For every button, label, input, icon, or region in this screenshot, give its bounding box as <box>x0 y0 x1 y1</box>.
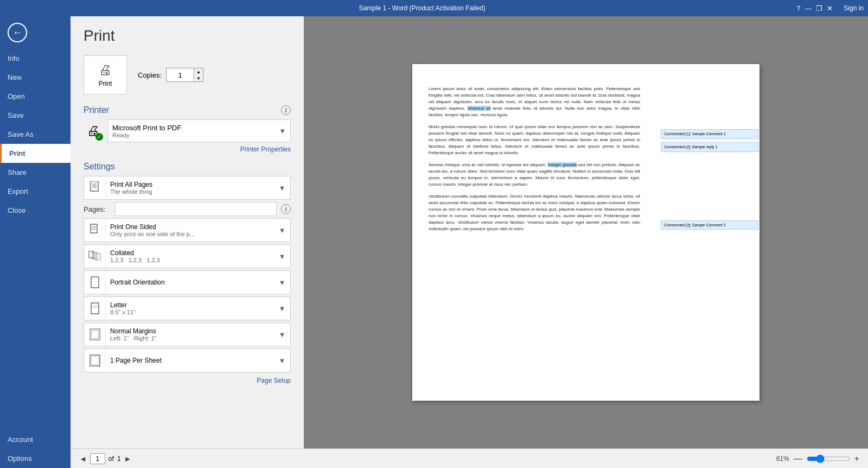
page-setup-link[interactable]: Page Setup <box>84 377 291 384</box>
help-button[interactable]: ? <box>796 4 800 12</box>
setting-pages-per-sheet[interactable]: 1 Page Per Sheet ▼ <box>84 349 291 372</box>
doc-comment-2: Commented [2]: Sample reply 1 <box>661 142 758 152</box>
setting-collated-arrow: ▼ <box>274 252 290 261</box>
printer-icon: 🖨 <box>99 62 112 78</box>
sidebar-item-export[interactable]: Export <box>0 182 71 201</box>
minimize-button[interactable]: — <box>805 4 812 12</box>
doc-paragraph-4: Vestibulum convallis vulputate bibendum.… <box>429 193 640 232</box>
next-page-button[interactable]: ► <box>124 454 132 463</box>
sidebar-item-new[interactable]: New <box>0 68 71 87</box>
page-total-label: 1 <box>117 455 121 463</box>
svg-rect-12 <box>91 303 99 314</box>
sidebar-item-info[interactable]: Info <box>0 49 71 68</box>
printer-select-dropdown[interactable]: Microsoft Print to PDF Ready ▼ <box>107 119 291 142</box>
zoom-label: 61% <box>776 455 789 463</box>
pages-input[interactable] <box>116 205 276 213</box>
sidebar-item-account[interactable]: Account <box>0 430 71 449</box>
sidebar: ← Info New Open Save Save As Print Share… <box>0 16 71 468</box>
sidebar-item-save[interactable]: Save <box>0 106 71 125</box>
doc-comment-1: Commented [1]: Sample Comment 1 <box>661 129 758 139</box>
setting-persheet-arrow: ▼ <box>274 357 290 365</box>
back-arrow-icon: ← <box>8 23 27 42</box>
setting-sided-sub: Only print on one side of the p... <box>110 231 270 237</box>
sidebar-item-open[interactable]: Open <box>0 87 71 106</box>
sidebar-item-save-as[interactable]: Save As <box>0 125 71 144</box>
document-page: Lorem ipsum dolor sit amet, consectetur … <box>412 64 760 401</box>
sidebar-item-close[interactable]: Close <box>0 201 71 220</box>
svg-rect-0 <box>91 181 98 191</box>
copies-input-wrap: ▲ ▼ <box>166 68 203 82</box>
doc-paragraph-3: Aenean tristique urna ac nisl lobortis, … <box>429 162 640 188</box>
copies-down-button[interactable]: ▼ <box>194 75 203 81</box>
setting-letter[interactable]: Letter 8.5" x 11" ▼ <box>84 296 291 320</box>
pages-label: Pages: <box>84 205 111 213</box>
page-number-input[interactable] <box>90 453 105 464</box>
setting-print-all-pages[interactable]: Print All Pages The whole thing ▼ <box>84 176 291 200</box>
svg-rect-4 <box>91 224 97 233</box>
pages-info-icon[interactable]: ℹ <box>281 204 291 214</box>
setting-collated-main: Collated <box>110 249 270 257</box>
sign-in-button[interactable]: Sign in <box>844 4 864 12</box>
svg-rect-11 <box>91 277 99 288</box>
printer-info-icon[interactable]: ℹ <box>281 105 291 115</box>
prev-page-button[interactable]: ◄ <box>79 454 87 463</box>
copies-up-button[interactable]: ▲ <box>194 68 203 75</box>
setting-pages-icon <box>84 176 106 199</box>
page-of-label: of <box>108 455 114 463</box>
pages-row: Pages: ℹ <box>84 202 291 216</box>
setting-normal-margins[interactable]: Normal Margins Left: 1" Right: 1" ▼ <box>84 322 291 346</box>
setting-print-all-arrow: ▼ <box>274 184 290 192</box>
setting-margins-text: Normal Margins Left: 1" Right: 1" <box>106 325 274 344</box>
window-controls[interactable]: ? — ❐ ✕ Sign in <box>796 4 864 12</box>
setting-paper-text: Letter 8.5" x 11" <box>106 299 274 318</box>
setting-collated-icon <box>84 245 106 268</box>
restore-button[interactable]: ❐ <box>816 4 822 12</box>
setting-orientation-icon <box>84 271 106 294</box>
printer-section-header: Printer ℹ <box>84 105 291 115</box>
back-button[interactable]: ← <box>0 16 71 49</box>
doc-paragraph-2: Morbi gravida consequat nunc id rutrum. … <box>429 124 640 156</box>
setting-margins-icon <box>84 323 106 346</box>
setting-collated-sub: 1,2,3 1,2,3 1,2,3 <box>110 257 270 263</box>
copies-label: Copies: <box>138 71 162 79</box>
doc-text-area: Lorem ipsum dolor sit amet, consectetur … <box>412 64 656 401</box>
printer-status: Ready <box>112 132 181 138</box>
print-panel: Print 🖨 Print Copies: ▲ ▼ <box>71 16 304 448</box>
zoom-out-button[interactable]: — <box>794 454 802 464</box>
printer-section-label: Printer <box>84 105 109 115</box>
setting-orientation-text: Portrait Orientation <box>106 276 274 288</box>
settings-section-label: Settings <box>84 162 115 172</box>
setting-paper-icon <box>84 297 106 320</box>
close-button[interactable]: ✕ <box>827 4 833 12</box>
setting-portrait-orientation[interactable]: Portrait Orientation ▼ <box>84 270 291 294</box>
copies-spinners: ▲ ▼ <box>194 68 203 81</box>
setting-collated[interactable]: Collated 1,2,3 1,2,3 1,2,3 ▼ <box>84 244 291 268</box>
print-button[interactable]: 🖨 Print <box>84 55 127 94</box>
zoom-slider[interactable] <box>807 454 850 463</box>
setting-paper-main: Letter <box>110 301 270 309</box>
setting-sided-icon <box>84 219 106 242</box>
copies-input[interactable] <box>167 68 194 81</box>
zoom-area: 61% — + <box>776 454 859 464</box>
setting-print-one-sided[interactable]: Print One Sided Only print on one side o… <box>84 218 291 242</box>
printer-properties-link[interactable]: Printer Properties <box>84 146 291 153</box>
sidebar-item-share[interactable]: Share <box>0 163 71 182</box>
setting-persheet-icon <box>84 349 106 372</box>
printer-dropdown-arrow: ▼ <box>279 127 286 135</box>
document-preview: Lorem ipsum dolor sit amet, consectetur … <box>304 16 868 448</box>
setting-margins-arrow: ▼ <box>274 331 290 339</box>
doc-paragraph-1: Lorem ipsum dolor sit amet, consectetur … <box>429 86 640 118</box>
sidebar-item-print[interactable]: Print <box>0 144 71 163</box>
sidebar-item-options[interactable]: Options <box>0 449 71 468</box>
setting-margins-sub: Left: 1" Right: 1" <box>110 335 270 341</box>
window-title: Sample 1 - Word (Product Activation Fail… <box>48 4 796 12</box>
printer-select-row: 🖨 ✓ Microsoft Print to PDF Ready ▼ <box>84 119 291 142</box>
zoom-in-button[interactable]: + <box>854 454 859 464</box>
setting-paper-sub: 8.5" x 11" <box>110 309 270 315</box>
setting-print-all-text: Print All Pages The whole thing <box>106 179 274 197</box>
sidebar-nav: Info New Open Save Save As Print Share E… <box>0 49 71 220</box>
page-title: Print <box>84 27 291 45</box>
doc-comment-3: Commented [3]: Sample Comment 2 <box>661 220 758 230</box>
printer-icon-wrap: 🖨 ✓ <box>84 121 103 141</box>
svg-rect-18 <box>92 357 98 364</box>
